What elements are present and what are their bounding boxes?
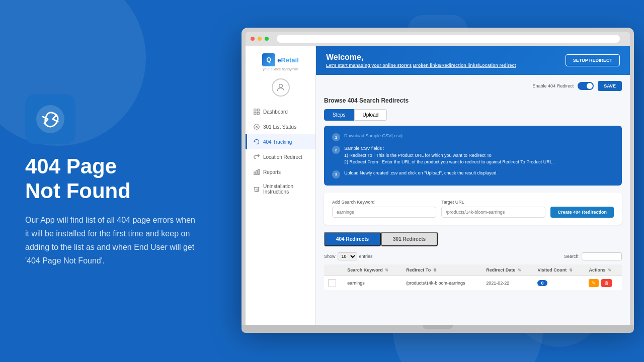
content-area: Enable 404 Redirect SAVE Browse 404 Sear…	[316, 75, 630, 325]
svg-rect-3	[257, 109, 259, 111]
tab-301-redirects[interactable]: 301 Redirects	[381, 232, 438, 246]
target-input[interactable]	[441, 207, 545, 218]
steps-box: 1 Download Sample CSV(.csv) 2 Sample CSV…	[324, 126, 622, 186]
enable-redirect-toggle[interactable]	[578, 82, 594, 90]
toggle-knob	[587, 83, 593, 89]
step-2-text: Sample CSV fields : 1) Redirect To : Thi…	[344, 145, 554, 166]
step-1: 1 Download Sample CSV(.csv)	[332, 133, 614, 141]
browser-minimize-dot	[258, 37, 262, 41]
redirects-tabs: 404 Redirects 301 Redirects	[324, 232, 622, 246]
search-row: Search:	[564, 252, 622, 260]
logo-q-icon: Q	[262, 53, 275, 66]
browser-maximize-dot	[265, 37, 269, 41]
sidebar-item-uninstall[interactable]: Uninstallation Instructions	[246, 179, 315, 199]
col-actions: Actions ⇅	[585, 264, 622, 276]
sidebar-item-reports[interactable]: Reports	[246, 164, 315, 179]
show-entries: Show 10 25 50 entries	[324, 252, 373, 260]
keyword-group: Add Search Keyword	[332, 200, 436, 218]
row-keyword: earnings	[343, 276, 402, 290]
col-count: Visited Count ⇅	[533, 264, 585, 276]
step-3-text: Upload Newly created .csv and click on "…	[344, 170, 498, 177]
entries-select[interactable]: 10 25 50	[338, 252, 357, 260]
browser-bar	[246, 32, 630, 46]
app-logo-icon	[25, 94, 75, 144]
row-checkbox-cell	[324, 276, 343, 290]
app-layout: Q eRetail your eStore handyman	[246, 46, 630, 325]
row-count: 0	[533, 276, 585, 290]
page-title: 404 Page Not Found	[25, 154, 201, 203]
browser-close-dot	[251, 37, 255, 41]
keyword-input[interactable]	[332, 207, 436, 218]
svg-rect-7	[254, 172, 255, 174]
sidebar: Q eRetail your eStore handyman	[246, 46, 316, 325]
welcome-title: Welcome,	[326, 53, 516, 62]
step-1-text: Download Sample CSV(.csv)	[344, 133, 403, 140]
section-title: Browse 404 Search Redirects	[324, 97, 622, 104]
step-1-number: 1	[332, 133, 340, 141]
row-redirect-to: /products/14k-bloom-earrings	[402, 276, 482, 290]
sidebar-item-404-tracking[interactable]: 404 Tracking	[246, 134, 315, 149]
table-row: earnings /products/14k-bloom-earrings 20…	[324, 276, 622, 290]
step-2: 2 Sample CSV fields : 1) Redirect To : T…	[332, 145, 614, 166]
row-actions: ✎ 🗑	[585, 276, 622, 290]
welcome-subtitle: Let's start managing your online store's…	[326, 63, 516, 68]
svg-rect-2	[254, 109, 256, 111]
delete-action-button[interactable]: 🗑	[601, 279, 612, 287]
sidebar-item-location-redirect[interactable]: Location Redirect	[246, 149, 315, 164]
laptop-base	[242, 325, 634, 333]
redirects-table: Search Keyword ⇅ Redirect To ⇅ Redirect …	[324, 264, 622, 290]
target-label: Target URL	[441, 200, 545, 205]
tab-steps[interactable]: Steps	[324, 109, 354, 121]
form-row: Add Search Keyword Target URL Create 404…	[332, 200, 614, 218]
step-3: 3 Upload Newly created .csv and click on…	[332, 170, 614, 178]
left-panel: 404 Page Not Found Our App will find lis…	[0, 0, 226, 362]
count-badge: 0	[537, 280, 547, 286]
col-date: Redirect Date ⇅	[482, 264, 533, 276]
keyword-label: Add Search Keyword	[332, 200, 436, 205]
svg-point-1	[279, 84, 282, 87]
steps-upload-tabs: Steps Upload	[324, 109, 622, 121]
row-checkbox[interactable]	[328, 279, 336, 287]
page-description: Our App will find list of all 404 page e…	[25, 213, 201, 268]
svg-point-0	[36, 105, 64, 133]
svg-rect-5	[257, 112, 259, 114]
table-search-input[interactable]	[582, 252, 622, 260]
col-keyword: Search Keyword ⇅	[343, 264, 402, 276]
tab-upload[interactable]: Upload	[354, 109, 387, 121]
create-redirection-button[interactable]: Create 404 Redirection	[550, 207, 614, 218]
logo-text: eRetail	[277, 56, 299, 64]
col-redirect-to: Redirect To ⇅	[402, 264, 482, 276]
svg-rect-9	[258, 169, 259, 175]
sidebar-item-dashboard[interactable]: Dashboard	[246, 104, 315, 119]
enable-redirect-label: Enable 404 Redirect	[533, 83, 574, 88]
step-3-number: 3	[332, 170, 340, 178]
row-date: 2021-02-22	[482, 276, 533, 290]
svg-rect-4	[254, 112, 256, 114]
edit-action-button[interactable]: ✎	[589, 279, 599, 287]
logo-subtitle: your eStore handyman	[263, 67, 298, 71]
toolbar-row: Enable 404 Redirect SAVE	[324, 81, 622, 91]
add-search-form: Add Search Keyword Target URL Create 404…	[324, 193, 622, 225]
svg-rect-8	[256, 170, 257, 174]
save-button[interactable]: SAVE	[598, 81, 622, 91]
setup-redirect-button[interactable]: SETUP REDIRECT	[566, 54, 620, 66]
browser-url-bar	[277, 35, 620, 43]
browser-mockup: Q eRetail your eStore handyman	[242, 28, 634, 334]
sidebar-item-301-list[interactable]: 301 List Status	[246, 119, 315, 134]
brand-logo: Q eRetail	[262, 53, 299, 66]
laptop-notch	[423, 325, 453, 329]
main-content: Welcome, Let's start managing your onlin…	[316, 46, 630, 325]
user-avatar[interactable]	[272, 78, 290, 97]
welcome-text: Welcome, Let's start managing your onlin…	[326, 53, 516, 68]
target-group: Target URL	[441, 200, 545, 218]
welcome-header: Welcome, Let's start managing your onlin…	[316, 46, 630, 75]
tab-404-redirects[interactable]: 404 Redirects	[324, 232, 381, 246]
table-controls: Show 10 25 50 entries Search:	[324, 252, 622, 260]
col-checkbox	[324, 264, 343, 276]
step-2-number: 2	[332, 146, 340, 154]
